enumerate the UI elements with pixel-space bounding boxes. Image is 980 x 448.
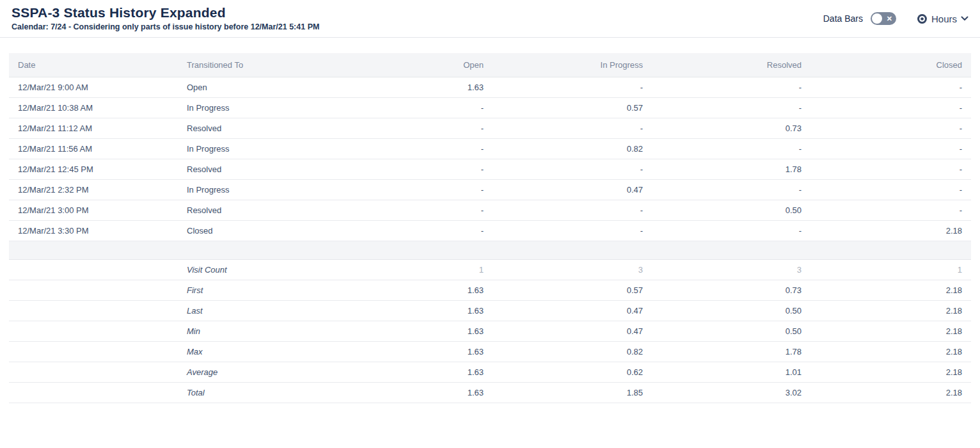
cell-in-progress: 1.85 bbox=[493, 382, 652, 403]
cell-closed: - bbox=[810, 97, 971, 118]
cell-transitioned-to: Resolved bbox=[178, 200, 331, 220]
cell-in-progress: - bbox=[493, 118, 652, 138]
cell-open: 1.63 bbox=[331, 280, 493, 300]
cell-closed: - bbox=[810, 159, 971, 179]
col-header-in-progress: In Progress bbox=[493, 53, 652, 77]
data-bars-toggle[interactable]: ✕ bbox=[871, 12, 896, 25]
cell-open: - bbox=[331, 200, 493, 220]
cell-in-progress: - bbox=[493, 200, 652, 220]
cell-closed: 2.18 bbox=[810, 280, 971, 300]
col-header-resolved: Resolved bbox=[652, 53, 810, 77]
cell-closed: 2.18 bbox=[810, 382, 971, 403]
cell-transitioned-to: Open bbox=[178, 77, 331, 97]
summary-row: First1.630.570.732.18 bbox=[9, 280, 971, 300]
header-controls: Data Bars ✕ Hours bbox=[823, 12, 968, 25]
cell-date: 12/Mar/21 10:38 AM bbox=[9, 97, 178, 118]
table-row: 12/Mar/21 11:12 AMResolved--0.73- bbox=[9, 118, 971, 138]
summary-label: Last bbox=[178, 300, 331, 321]
summary-label: Visit Count bbox=[178, 259, 331, 280]
summary-row: Total1.631.853.022.18 bbox=[9, 382, 971, 403]
spacer-cell bbox=[9, 241, 971, 259]
page-header: SSPA-3 Status History Expanded Calendar:… bbox=[0, 0, 980, 38]
cell-resolved: - bbox=[652, 97, 810, 118]
cell-resolved: - bbox=[652, 179, 810, 200]
summary-label: Total bbox=[178, 382, 331, 403]
cell-transitioned-to: In Progress bbox=[178, 179, 331, 200]
cell-transitioned-to: Resolved bbox=[178, 118, 331, 138]
chevron-down-icon bbox=[961, 16, 968, 21]
summary-row: Average1.630.621.012.18 bbox=[9, 362, 971, 382]
cell-resolved: 3 bbox=[652, 259, 810, 280]
summary-label: Average bbox=[178, 362, 331, 382]
table-row: 12/Mar/21 3:00 PMResolved--0.50- bbox=[9, 200, 971, 220]
cell-transitioned-to: In Progress bbox=[178, 97, 331, 118]
cell-resolved: 0.50 bbox=[652, 300, 810, 321]
summary-row: Max1.630.821.782.18 bbox=[9, 341, 971, 362]
cell-resolved: 0.50 bbox=[652, 200, 810, 220]
cell-date: 12/Mar/21 11:12 AM bbox=[9, 118, 178, 138]
cell-closed: - bbox=[810, 138, 971, 159]
cell-date: 12/Mar/21 2:32 PM bbox=[9, 179, 178, 200]
cell-open: 1.63 bbox=[331, 300, 493, 321]
cell-resolved: 3.02 bbox=[652, 382, 810, 403]
cell-in-progress: 0.57 bbox=[493, 280, 652, 300]
cell-resolved: - bbox=[652, 77, 810, 97]
cell-in-progress: 3 bbox=[493, 259, 652, 280]
cell-closed: - bbox=[810, 77, 971, 97]
cell-resolved: 0.73 bbox=[652, 118, 810, 138]
summary-row: Visit Count1331 bbox=[9, 259, 971, 280]
cell-open: 1.63 bbox=[331, 321, 493, 341]
data-bars-label: Data Bars bbox=[823, 13, 863, 24]
toggle-knob bbox=[872, 13, 882, 24]
cell-closed: - bbox=[810, 200, 971, 220]
summary-label: Max bbox=[178, 341, 331, 362]
cell-in-progress: - bbox=[493, 159, 652, 179]
history-rows: 12/Mar/21 9:00 AMOpen1.63---12/Mar/21 10… bbox=[9, 77, 971, 241]
summary-row: Min1.630.470.502.18 bbox=[9, 321, 971, 341]
cell-open: - bbox=[331, 179, 493, 200]
cell-resolved: 0.73 bbox=[652, 280, 810, 300]
cell-empty bbox=[9, 280, 178, 300]
cell-closed: 2.18 bbox=[810, 220, 971, 241]
cell-in-progress: - bbox=[493, 77, 652, 97]
cell-open: 1.63 bbox=[331, 362, 493, 382]
cell-closed: - bbox=[810, 179, 971, 200]
calendar-subtitle: Calendar: 7/24 - Considering only parts … bbox=[12, 22, 319, 31]
table-row: 12/Mar/21 9:00 AMOpen1.63--- bbox=[9, 77, 971, 97]
cell-transitioned-to: Closed bbox=[178, 220, 331, 241]
cell-empty bbox=[9, 321, 178, 341]
cell-empty bbox=[9, 362, 178, 382]
cell-open: 1.63 bbox=[331, 77, 493, 97]
cell-closed: 2.18 bbox=[810, 321, 971, 341]
cell-open: - bbox=[331, 138, 493, 159]
col-header-transitioned-to: Transitioned To bbox=[178, 53, 331, 77]
x-icon: ✕ bbox=[887, 14, 892, 23]
cell-closed: 1 bbox=[810, 259, 971, 280]
cell-transitioned-to: In Progress bbox=[178, 138, 331, 159]
col-header-open: Open bbox=[331, 53, 493, 77]
cell-resolved: - bbox=[652, 220, 810, 241]
table-row: 12/Mar/21 3:30 PMClosed---2.18 bbox=[9, 220, 971, 241]
cell-open: 1.63 bbox=[331, 382, 493, 403]
eye-icon bbox=[917, 13, 928, 24]
cell-closed: 2.18 bbox=[810, 300, 971, 321]
cell-in-progress: 0.47 bbox=[493, 300, 652, 321]
cell-open: - bbox=[331, 97, 493, 118]
cell-resolved: 1.78 bbox=[652, 341, 810, 362]
cell-open: 1 bbox=[331, 259, 493, 280]
cell-in-progress: - bbox=[493, 220, 652, 241]
table-header-row: Date Transitioned To Open In Progress Re… bbox=[9, 53, 971, 77]
units-dropdown[interactable]: Hours bbox=[917, 13, 968, 24]
cell-empty bbox=[9, 341, 178, 362]
cell-open: - bbox=[331, 159, 493, 179]
cell-date: 12/Mar/21 3:30 PM bbox=[9, 220, 178, 241]
page-title: SSPA-3 Status History Expanded bbox=[12, 5, 319, 20]
cell-empty bbox=[9, 259, 178, 280]
cell-open: - bbox=[331, 118, 493, 138]
title-block: SSPA-3 Status History Expanded Calendar:… bbox=[12, 5, 319, 31]
cell-in-progress: 0.47 bbox=[493, 179, 652, 200]
table-row: 12/Mar/21 2:32 PMIn Progress-0.47-- bbox=[9, 179, 971, 200]
cell-date: 12/Mar/21 11:56 AM bbox=[9, 138, 178, 159]
cell-in-progress: 0.47 bbox=[493, 321, 652, 341]
summary-rows: Visit Count1331First1.630.570.732.18Last… bbox=[9, 259, 971, 403]
